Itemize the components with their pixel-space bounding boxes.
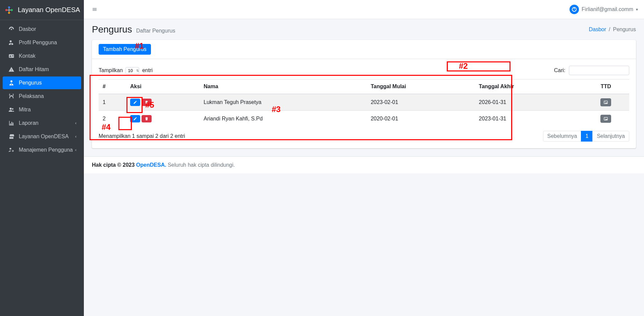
svg-point-3 [8,12,10,14]
col-no[interactable]: # [99,80,126,94]
cell-mulai: 2020-02-01 [367,111,475,127]
delete-button[interactable] [142,99,152,106]
user-tie-icon [7,80,15,86]
sidebar-item-label: Pengurus [19,80,42,86]
svg-point-0 [8,6,10,8]
search-control: Cari: [554,66,629,75]
svg-point-2 [11,9,13,11]
footer-brand-link[interactable]: OpenDESA. [136,162,166,168]
image-icon [603,116,608,121]
search-input[interactable] [569,66,629,75]
brand-logo-icon [3,4,14,15]
chart-bar-icon [7,120,15,126]
power-icon [570,5,579,14]
svg-point-6 [10,55,11,56]
sidebar-item-layanan-opendesa[interactable]: Layanan OpenDESA‹ [3,130,81,143]
breadcrumb-root[interactable]: Dasbor [589,27,606,32]
sidebar-item-pengurus[interactable]: Pengurus [3,76,81,89]
chevron-left-icon: ‹ [75,121,76,125]
ttd-button[interactable] [600,98,611,106]
menu-toggle-button[interactable] [89,4,100,15]
svg-point-19 [605,102,605,102]
sidebar-item-dasbor[interactable]: Dasbor [3,23,81,36]
footer-copyright-prefix: Hak cipta © 2023 [92,162,136,168]
add-pengurus-button[interactable]: Tambah Pengurus [99,44,151,55]
svg-rect-7 [12,55,14,56]
sidebar-item-label: Daftar Hitam [19,66,49,72]
col-nama[interactable]: Nama [200,80,367,94]
cell-akhir: 2023-01-31 [475,111,583,127]
trash-icon [145,117,149,121]
sidebar-item-label: Mitra [19,107,31,113]
sidebar-item-label: Laporan [19,120,39,126]
cell-no: 2 [99,111,126,127]
sidebar: Layanan OpenDESA DasborProfil PenggunaKo… [0,0,84,316]
table-row: 2Ariandi Ryan Kahfi, S.Pd2020-02-012023-… [99,111,629,127]
col-aksi[interactable]: Aksi [126,80,200,94]
svg-point-1 [5,9,7,11]
svg-point-4 [10,40,12,42]
store-icon [7,134,15,140]
edit-button[interactable] [130,115,140,122]
chevron-left-icon: ‹ [75,134,76,139]
sidebar-item-label: Layanan OpenDESA [19,134,69,140]
table-row: 1Lukman Teguh Prasetya2023-02-012026-01-… [99,94,629,111]
content-header: Pengurus Daftar Pengurus Dasbor / Pengur… [84,19,644,40]
page-1[interactable]: 1 [581,131,593,142]
breadcrumb-current: Pengurus [613,27,636,33]
cell-no: 1 [99,94,126,111]
sidebar-item-label: Kontak [19,53,36,59]
top-navbar: Firlianif@gmail.comm ▼ [84,0,644,19]
svg-rect-8 [12,56,14,56]
sidebar-item-label: Pelaksana [19,93,44,99]
svg-point-15 [9,148,11,150]
sidebar-item-manajemen-pengguna[interactable]: Manajemen Pengguna‹ [3,144,81,156]
search-label: Cari: [554,67,566,73]
user-menu[interactable]: Firlianif@gmail.comm ▼ [570,5,639,14]
breadcrumb-separator: / [609,27,610,33]
trash-icon [145,100,149,104]
sidebar-item-pelaksana[interactable]: Pelaksana [3,90,81,103]
table-info: Menampilkan 1 sampai 2 dari 2 entri [99,133,185,139]
sidebar-item-label: Dasbor [19,26,36,32]
svg-point-14 [12,108,14,110]
col-ttd[interactable]: TTD [583,80,629,94]
card: Tambah Pengurus Tampilkan 10 [92,40,636,148]
delete-button[interactable] [142,115,152,122]
sidebar-item-laporan[interactable]: Laporan‹ [3,117,81,129]
edit-button[interactable] [130,99,140,106]
svg-point-10 [9,94,10,95]
col-akhir[interactable]: Tanggal Akhir [475,80,583,94]
users-cog-icon [7,147,15,153]
sidebar-item-mitra[interactable]: Mitra [3,103,81,116]
footer: Hak cipta © 2023 OpenDESA. Seluruh hak c… [84,156,644,173]
svg-point-11 [13,94,14,95]
page-prev[interactable]: Sebelumnya [543,131,582,142]
sidebar-item-daftar-hitam[interactable]: Daftar Hitam [3,63,81,76]
col-mulai[interactable]: Tanggal Mulai [367,80,475,94]
pengurus-table: # Aksi Nama Tanggal Mulai Tanggal Akhir … [99,79,629,127]
sidebar-item-kontak[interactable]: Kontak [3,50,81,62]
user-name: Firlianif@gmail.comm [582,6,633,12]
image-icon [603,100,608,105]
length-select[interactable]: 10 [125,67,139,74]
users-icon [7,107,15,113]
pagination: Sebelumnya 1 Selanjutnya [543,131,629,142]
sidebar-item-profil-pengguna[interactable]: Profil Pengguna [3,36,81,49]
page-subtitle: Daftar Pengurus [136,28,175,34]
svg-rect-12 [11,95,12,97]
people-carry-icon [7,93,15,99]
address-card-icon [7,53,15,59]
brand-text: Layanan OpenDESA [18,6,80,14]
user-edit-icon [7,40,15,46]
footer-copyright-suffix: Seluruh hak cipta dilindungi. [166,162,235,168]
breadcrumb: Dasbor / Pengurus [589,27,636,33]
page-next[interactable]: Selanjutnya [592,131,629,142]
cell-akhir: 2026-01-31 [475,94,583,111]
brand-link[interactable]: Layanan OpenDESA [0,0,84,20]
cell-nama: Ariandi Ryan Kahfi, S.Pd [200,111,367,127]
ttd-button[interactable] [600,115,611,123]
page-title: Pengurus [92,24,132,35]
sidebar-item-label: Manajemen Pengguna [19,147,73,153]
cell-mulai: 2023-02-01 [367,94,475,111]
